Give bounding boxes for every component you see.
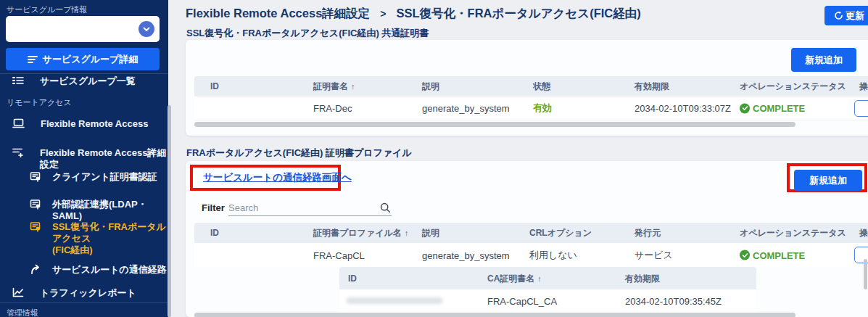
sidebar-item-label: クライアント証明書認証: [52, 171, 157, 183]
sidebar-item-label: 外部認証連携(LDAP・SAML): [52, 199, 168, 222]
laptop-icon: [12, 118, 25, 128]
list-plus-icon: [12, 147, 24, 157]
menu-lines-icon: [28, 55, 38, 64]
sidebar-item-label: Flexible Remote Access: [41, 118, 148, 130]
sidebar-item-label: トラフィックレポート: [40, 287, 136, 299]
check-circle-icon: [740, 250, 750, 260]
column-header-description[interactable]: 説明: [422, 81, 439, 93]
annotation-box-add-button: 新規追加: [787, 163, 867, 192]
sidebar-item-service-group-list[interactable]: サービスグループ一覧: [0, 75, 168, 87]
breadcrumb-parent[interactable]: Flexible Remote Access詳細設定: [186, 6, 370, 22]
column-header-expiry[interactable]: 有効期限: [625, 272, 660, 284]
column-header-actions[interactable]: 操作: [859, 81, 868, 93]
cert-profile-card: サービスルートの通信経路画面へ 新規追加 Filter ID 証明書プロファイル…: [186, 161, 868, 317]
filter-row: Filter: [202, 200, 579, 218]
chevron-down-icon: [139, 21, 154, 37]
common-cert-table-header: ID 証明書名↑ 説明 状態 有効期限 オペレーションステータス 操作: [194, 76, 868, 96]
add-new-button-common-cert[interactable]: 新規追加: [791, 48, 856, 72]
add-new-button-profile[interactable]: 新規追加: [794, 170, 862, 191]
admin-section-label: 管理情報: [7, 308, 38, 317]
ca-table-header: ID CA証明書名↑ 有効期限: [339, 267, 756, 289]
column-header-description[interactable]: 説明: [422, 227, 439, 239]
horizontal-scrollbar[interactable]: [194, 313, 795, 317]
column-header-id[interactable]: ID: [210, 81, 219, 91]
list-icon: [12, 75, 24, 86]
sidebar-scrollbar[interactable]: [168, 105, 171, 317]
column-header-actions[interactable]: 操作: [859, 227, 868, 239]
sidebar-item-traffic-report[interactable]: トラフィックレポート: [0, 287, 168, 299]
chart-line-icon: [12, 287, 24, 297]
sidebar-item-label: サービスグループ一覧: [40, 75, 136, 87]
cell-ca-cert-name: FRA-CapCL_CA: [487, 296, 557, 307]
refresh-button[interactable]: 更新: [824, 6, 868, 25]
column-header-id[interactable]: ID: [348, 273, 357, 284]
table-row[interactable]: FRA-CapCL_CA 2034-02-10T09:35:45Z: [339, 289, 756, 313]
profile-table-header: ID 証明書プロファイル名↑ 説明 CRLオプション 発行元 オペレーションステ…: [194, 223, 868, 243]
column-header-status[interactable]: 状態: [533, 81, 550, 93]
sidebar-item-service-route[interactable]: サービスルートの通信経路: [0, 264, 168, 276]
sidebar-item-fra-detail-settings[interactable]: Flexible Remote Access詳細設定: [0, 147, 168, 170]
column-header-ca-cert-name[interactable]: CA証明書名↑: [487, 272, 542, 284]
sort-asc-icon: ↑: [405, 229, 409, 237]
sidebar-divider: [0, 73, 168, 74]
cell-description: generate_by_system: [422, 103, 510, 114]
breadcrumb-separator: >: [380, 8, 386, 20]
profile-section-title: FRAポータルアクセス(FIC経由) 証明書プロファイル: [186, 147, 412, 160]
sidebar-item-ssl-fra-portal-active[interactable]: SSL復号化・FRAポータルアクセス (FIC経由): [0, 221, 168, 256]
cell-profile-name: FRA-CapCL: [313, 250, 365, 260]
breadcrumb: Flexible Remote Access詳細設定 > SSL復号化・FRAポ…: [186, 6, 641, 22]
row-action-button-partial[interactable]: [854, 100, 868, 117]
certificate-icon: [30, 221, 41, 232]
sort-asc-icon: ↑: [351, 82, 355, 91]
sidebar-item-flexible-remote-access[interactable]: Flexible Remote Access: [0, 118, 168, 130]
annotation-box-route-link: サービスルートの通信経路画面へ: [190, 165, 341, 191]
service-group-detail-button[interactable]: サービスグループ詳細: [6, 48, 160, 70]
horizontal-scrollbar[interactable]: [194, 122, 795, 127]
chevron-up-icon: [147, 149, 155, 160]
cell-operation-status: COMPLETE: [740, 103, 805, 114]
column-header-issuer[interactable]: 発行元: [635, 227, 661, 239]
sort-asc-icon: ↑: [537, 273, 542, 282]
service-group-select[interactable]: [6, 16, 160, 42]
column-header-cert-name[interactable]: 証明書名↑: [313, 81, 355, 93]
cell-issuer: サービス: [635, 249, 673, 262]
refresh-icon: [834, 11, 843, 20]
column-header-profile-name[interactable]: 証明書プロファイル名↑: [313, 227, 408, 239]
sidebar-divider: [0, 302, 168, 303]
table-row[interactable]: FRA-Dec generate_by_system 有効 2034-02-10…: [194, 96, 868, 120]
sidebar-item-label: SSL復号化・FRAポータルアクセス (FIC経由): [52, 221, 168, 256]
certificate-icon: [30, 199, 41, 210]
cell-expiry: 2034-02-10T09:35:45Z: [625, 296, 722, 307]
certificate-icon: [30, 171, 41, 182]
filter-label: Filter: [202, 202, 225, 213]
search-icon[interactable]: [380, 202, 391, 216]
service-group-section-label: サービスグループ情報: [7, 4, 88, 15]
column-header-expiry[interactable]: 有効期限: [635, 81, 669, 93]
refresh-label: 更新: [846, 9, 864, 22]
cell-description: generate_by_system: [422, 250, 510, 260]
common-cert-section-title: SSL復号化・FRAポータルアクセス(FIC経由) 共通証明書: [186, 27, 429, 40]
sidebar-item-client-cert-auth[interactable]: クライアント証明書認証: [0, 171, 168, 183]
breadcrumb-current: SSL復号化・FRAポータルアクセス(FIC経由): [397, 6, 641, 22]
app-window: サービスグループ情報 サービスグループ詳細 サービスグループ一覧 リモートアクセ…: [0, 0, 868, 317]
column-header-crl-option[interactable]: CRLオプション: [529, 227, 592, 239]
redacted-id-value: [347, 297, 442, 304]
column-header-id[interactable]: ID: [210, 228, 219, 238]
sidebar: サービスグループ情報 サービスグループ詳細 サービスグループ一覧 リモートアクセ…: [0, 0, 168, 317]
cell-cert-name: FRA-Dec: [313, 103, 352, 114]
service-route-link[interactable]: サービスルートの通信経路画面へ: [203, 171, 352, 184]
sidebar-item-label: サービスルートの通信経路: [52, 264, 167, 276]
sidebar-item-external-auth[interactable]: 外部認証連携(LDAP・SAML): [0, 199, 168, 222]
column-header-operation-status[interactable]: オペレーションステータス: [740, 81, 846, 93]
search-input[interactable]: [228, 200, 392, 216]
cell-status: 有効: [533, 102, 552, 115]
remote-access-section-label: リモートアクセス: [7, 97, 72, 108]
service-group-detail-label: サービスグループ詳細: [43, 53, 139, 66]
common-cert-card: 新規追加 ID 証明書名↑ 説明 状態 有効期限 オペレーションステータス 操作…: [186, 40, 868, 136]
cell-operation-status: COMPLETE: [740, 250, 805, 260]
cell-expiry: 2034-02-10T09:33:07Z: [635, 103, 731, 114]
page-vertical-scrollbar[interactable]: [864, 259, 867, 289]
table-row[interactable]: FRA-CapCL generate_by_system 利用しない サービス …: [194, 243, 868, 267]
cell-crl-option: 利用しない: [529, 249, 577, 262]
column-header-operation-status[interactable]: オペレーションステータス: [740, 227, 846, 239]
